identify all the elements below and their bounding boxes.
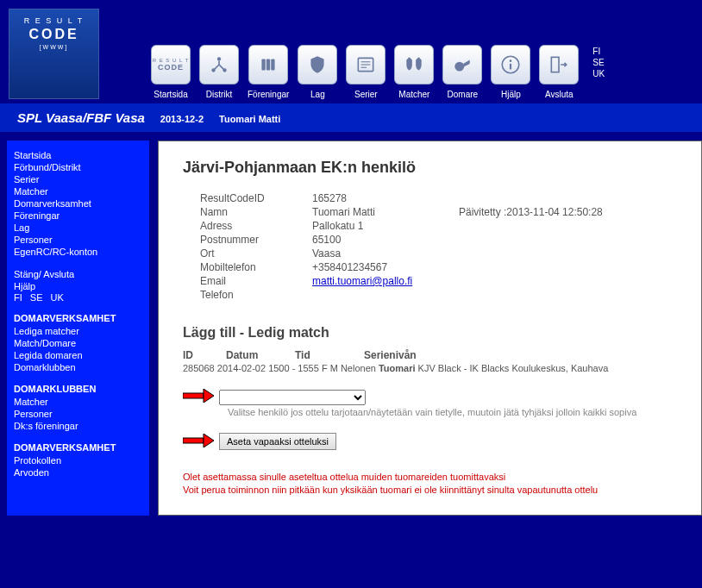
mr-rest: KJV Black - IK Blacks Koulukeskus, Kauha… [418,363,609,373]
svg-rect-15 [183,393,204,398]
val-id: 165278 [312,192,433,204]
mh-id: ID [183,349,226,361]
lang-se[interactable]: SE [592,58,605,67]
top-area: R E S U L T CODE [WWW] R E S U L TCODE S… [0,0,702,103]
sidebar-item-dk-personer[interactable]: Personer [14,408,142,420]
sidebar: Startsida Förbund/Distrikt Serier Matche… [7,141,149,516]
nav-avsluta[interactable]: Avsluta [539,45,579,99]
lang-switch: FI SE UK [592,47,605,78]
svg-rect-5 [271,59,274,71]
lbl-id: ResultCodeID [200,192,312,204]
nav-label: Matcher [398,90,429,99]
set-free-match-button[interactable]: Aseta vapaaksi otteluksi [219,433,336,450]
nav-hjalp[interactable]: Hjälp [491,45,530,99]
svg-point-10 [455,62,465,72]
lbl-mobil: Mobiltelefon [200,261,312,273]
section-header: DOMARVERKSAMHET [14,442,142,453]
nav-foreningar[interactable]: Föreningar [248,45,289,99]
nav-startsida[interactable]: R E S U L TCODE Startsida [151,45,191,99]
sidebar-item-dk-matcher[interactable]: Matcher [14,396,142,408]
sidebar-item-egenrc[interactable]: EgenRC/RC-konton [14,246,142,258]
svg-rect-17 [183,438,204,443]
sidebar-item-lediga-matcher[interactable]: Lediga matcher [14,325,142,337]
section-header: DOMARVERKSAMHET [14,313,142,323]
lbl-ort: Ort [200,247,312,260]
lang-uk[interactable]: UK [592,69,605,78]
breadcrumb-user: Tuomari Matti [219,114,280,124]
mr-id: 285068 [183,363,215,373]
val-tel [312,289,433,301]
sidebar-item-arvoden[interactable]: Arvoden [14,466,142,479]
nav-label: Avsluta [545,90,574,99]
val-adress: Pallokatu 1 [312,220,433,232]
person-info: ResultCodeID165278 NamnTuomari MattiPäiv… [200,192,701,301]
nav-distrikt[interactable]: Distrikt [199,45,239,99]
lang-fi[interactable]: FI [592,47,605,56]
sidebar-item-serier[interactable]: Serier [14,173,142,185]
breadcrumb-date: 2013-12-2 [160,114,204,124]
sidebar-item-domarklubben[interactable]: Domarklubben [14,361,142,373]
sidebar-item-lag[interactable]: Lag [14,222,142,234]
sidebar-item-personer[interactable]: Personer [14,234,142,246]
sidebar-item-legida-domaren[interactable]: Legida domaren [14,349,142,361]
svg-rect-13 [510,64,511,70]
shield-icon [298,45,337,84]
sidebar-lang-uk[interactable]: UK [51,292,64,303]
sidebar-item-stang[interactable]: Stäng/ Avsluta [14,268,142,280]
person-select-row [183,389,701,405]
logo-line3: [WWW] [13,44,95,50]
vs-icon [394,45,434,84]
warning-block: Olet asettamassa sinulle aseteltua ottel… [183,471,701,497]
sidebar-item-dk-foreningar[interactable]: Dk:s föreningar [14,420,142,432]
val-email[interactable]: matti.tuomari@pallo.fi [312,275,412,287]
sidebar-item-hjalp[interactable]: Hjälp [14,280,142,292]
info-icon [491,45,530,84]
val-ort: Vaasa [312,247,433,260]
nav-label: Distrikt [206,90,233,99]
sidebar-group-misc: Stäng/ Avsluta Hjälp FI SE UK [14,268,142,303]
sidebar-item-protokollen[interactable]: Protokollen [14,454,142,466]
mr-lvl: F M Nelonen [322,363,376,373]
distrikt-icon [199,45,239,84]
svg-marker-16 [204,389,214,403]
nav-matcher[interactable]: Matcher [394,45,434,99]
sidebar-item-foreningar[interactable]: Föreningar [14,210,142,222]
nav-lag[interactable]: Lag [298,45,337,99]
nav-domare[interactable]: Domare [442,45,482,99]
person-select[interactable] [219,390,366,405]
sidebar-item-forbund[interactable]: Förbund/Distrikt [14,161,142,173]
sidebar-group-main: Startsida Förbund/Distrikt Serier Matche… [14,149,142,258]
code-icon: R E S U L TCODE [151,45,191,84]
svg-marker-18 [204,434,214,447]
warn-line1: Olet asettamassa sinulle aseteltua ottel… [183,471,701,484]
sidebar-item-domarverksamhet[interactable]: Domarverksamhet [14,197,142,210]
mh-snivan: Serienivån [364,349,417,361]
logo-line2: CODE [13,27,95,42]
warn-line2: Voit perua toiminnon niin pitkään kun yk… [183,484,701,497]
exit-icon [539,45,579,84]
nav-label: Lag [310,90,325,99]
lbl-adress: Adress [200,220,312,232]
whistle-icon [442,45,482,84]
mr-tid: 1500 - 1555 [268,363,319,373]
mr-roll: Tuomari [379,363,416,373]
nav-label: Startsida [154,90,187,99]
page-title: Järvi-Pohjanmaan EK:n henkilö [183,159,701,177]
nav-label: Föreningar [248,90,289,99]
lbl-tel: Telefon [200,289,312,301]
updated-lbl: Päivitetty : [459,206,506,218]
sidebar-lang-se[interactable]: SE [30,292,43,303]
sidebar-item-matcher[interactable]: Matcher [14,185,142,197]
content: Järvi-Pohjanmaan EK:n henkilö ResultCode… [158,141,702,516]
sidebar-item-startsida[interactable]: Startsida [14,149,142,161]
sidebar-item-match-domare[interactable]: Match/Domare [14,337,142,349]
mh-tid: Tid [295,349,364,361]
lbl-post: Postnummer [200,234,312,246]
mh-datum: Datum [226,349,295,361]
match-header: ID Datum Tid Serienivån [183,349,701,361]
nav-serier[interactable]: Serier [346,45,385,99]
sidebar-langs: FI SE UK [14,292,142,303]
sidebar-lang-fi[interactable]: FI [14,292,22,303]
sidebar-section-domarverksamhet2: DOMARVERKSAMHET Protokollen Arvoden [14,442,142,479]
section-title: Lägg till - Ledig match [183,325,701,341]
